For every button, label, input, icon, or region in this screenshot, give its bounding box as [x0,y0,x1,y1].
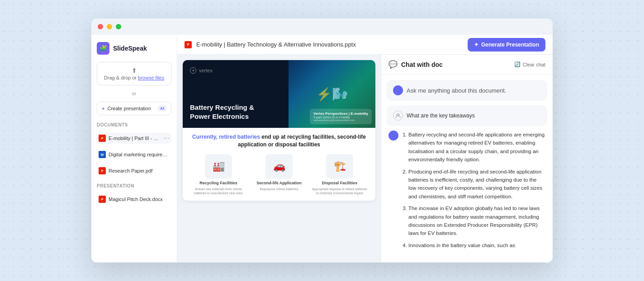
file-header-icon: P [185,41,192,48]
vertex-name: vertex [199,68,213,73]
response-item-2: Producing end-of-life recycling and seco… [408,168,545,201]
logo-icon: 🧩 [97,42,109,55]
chat-bubble-icon: 💬 [388,60,398,69]
response-avatar [388,131,398,140]
slide-left-panel: ✦ vertex Battery Recycling & Power Elect… [183,60,289,128]
slide-card: ✦ vertex Battery Recycling & Power Elect… [183,60,375,201]
subtitle-highlight: Currently, retired batteries [192,134,260,140]
wind-turbine-graphic: ⚡🌬️ [316,87,348,102]
facilities-row: 🏭 Recycling Facilities Extract raw mater… [190,154,368,195]
main-content: 🧩 SlideSpeak ⬆ Drag & drop or browse fil… [91,35,553,262]
doc-more-icon[interactable]: ⋯ [163,135,170,142]
plus-icon: + [102,106,104,111]
chat-response: Battery recycling and second-life applic… [387,131,547,253]
browse-link[interactable]: browse files [138,75,164,80]
upload-label: Drag & drop or [104,75,137,80]
presentation-section-label: Presentation [97,183,171,188]
facility-recycling-icon: 🏭 [205,154,232,179]
doc-name-emobility: E-mobility | Part III - Bat... [109,136,161,141]
facility-recycling-title: Recycling Facilities [199,181,237,185]
chat-input-avatar [393,85,403,95]
logo-text: SlideSpeak [113,45,147,52]
response-item-3: The increase in EV adoption globally has… [408,204,545,238]
titlebar [91,19,553,35]
slide-top: ✦ vertex Battery Recycling & Power Elect… [183,60,375,128]
doc-item-emobility[interactable]: P E-mobility | Part III - Bat... ⋯ [97,133,171,144]
word-icon: W [99,151,106,158]
clear-icon: 🔄 [514,61,521,67]
chat-messages[interactable]: Ask me anything about this document. Wha… [381,75,553,262]
document-viewer[interactable]: ✦ vertex Battery Recycling & Power Elect… [177,55,381,262]
sidebar: 🧩 SlideSpeak ⬆ Drag & drop or browse fil… [91,35,177,262]
upload-dropzone[interactable]: ⬆ Drag & drop or browse files [97,62,171,85]
facility-secondlife: 🚗 Second-life Application Repurpose reti… [251,154,308,195]
vertex-logo: ✦ vertex [190,67,281,74]
chat-input-bubble[interactable]: Ask me anything about this document. [387,80,547,101]
doc-name-pitch: Magicul Pitch Deck.docx [109,197,170,202]
disposal-emoji: 🏗️ [334,160,346,172]
vertex-logo-icon: ✦ [190,67,196,74]
logo-area: 🧩 SlideSpeak [97,42,171,55]
user-message-text: What are the key takeaways [407,112,475,119]
doc-item-marketing[interactable]: W Digital marketing requiremen... [97,149,171,160]
create-btn-label: Create presentation [107,106,151,111]
facility-recycling-desc: Extract raw materials from retired batte… [190,187,247,195]
app-window: 🧩 SlideSpeak ⬆ Drag & drop or browse fil… [91,19,553,262]
facility-disposal-desc: Appropriate disposal of retired batterie… [311,187,368,195]
documents-section-label: Documents [97,122,171,127]
chat-placeholder: Ask me anything about this document. [407,87,506,94]
doc-name-research: Research Paper.pdf [109,168,170,173]
slide-headline-line1: Battery Recycling & [190,103,281,112]
secondlife-emoji: 🚗 [273,160,285,172]
slide-subtitle: Currently, retired batteries end up at r… [190,133,368,149]
facility-secondlife-title: Second-life Application [256,181,302,185]
maximize-dot[interactable] [116,24,121,29]
pptx-icon: P [99,135,106,142]
chat-header: 💬 Chat with doc 🔄 Clear chat [381,55,553,75]
response-row: Battery recycling and second-life applic… [388,131,545,253]
ai-badge: AI [158,106,166,111]
slide-right-email: vertexsolutions@vertexonline.com [313,119,368,122]
chat-panel: 💬 Chat with doc 🔄 Clear chat Ask me any [381,55,553,262]
slide-right-overlay: Vertex Perspectives | E-mobility 5-part … [310,109,372,124]
slide-body: Currently, retired batteries end up at r… [183,128,375,201]
doc-item-pitch[interactable]: P Magicul Pitch Deck.docx [97,194,171,205]
create-presentation-button[interactable]: + Create presentation AI [97,102,171,115]
chat-title: Chat with doc [401,61,443,68]
slide-right-sub: 5-part series on e-mobility [313,116,368,119]
user-avatar [393,111,403,121]
response-item-1: Battery recycling and second-life applic… [408,131,545,164]
facility-disposal: 🏗️ Disposal Facilities Appropriate dispo… [311,154,368,195]
right-area: P E-mobility | Battery Technology & Alte… [177,35,553,262]
clear-chat-button[interactable]: 🔄 Clear chat [514,61,545,67]
upload-icon: ⬆ [102,67,166,74]
chat-title-area: 💬 Chat with doc [388,60,443,69]
doc-name-marketing: Digital marketing requiremen... [109,152,170,157]
response-text: Battery recycling and second-life applic… [402,131,545,253]
facility-recycling: 🏭 Recycling Facilities Extract raw mater… [190,154,247,195]
doc-item-research[interactable]: P Research Paper.pdf [97,165,171,176]
slide-right-panel: ⚡🌬️ Vertex Perspectives | E-mobility 5-p… [289,60,375,128]
file-title: E-mobility | Battery Technology & Altern… [196,41,463,48]
top-header: P E-mobility | Battery Technology & Alte… [177,35,553,55]
facility-secondlife-desc: Repurpose retired batteries [260,187,298,191]
slide-headline: Battery Recycling & Power Electronics [190,103,281,121]
slide-headline-line2: Power Electronics [190,112,281,121]
generate-btn-label: Generate Presentation [481,42,539,48]
close-dot[interactable] [98,24,103,29]
slide-right-title: Vertex Perspectives | E-mobility [313,112,368,116]
facility-secondlife-icon: 🚗 [265,154,293,179]
facility-disposal-icon: 🏗️ [326,154,353,179]
response-item-4: Innovations in the battery value chain, … [408,241,545,249]
chat-user-message: What are the key takeaways [387,105,547,126]
or-divider: or [97,91,171,96]
pdf-icon: P [99,167,106,174]
pptx-icon-pitch: P [99,196,106,203]
facility-disposal-title: Disposal Facilities [322,181,358,185]
clear-chat-label: Clear chat [523,62,545,67]
generate-presentation-button[interactable]: ✦ Generate Presentation [468,38,545,52]
spark-icon: ✦ [474,42,478,48]
recycling-emoji: 🏭 [213,160,225,172]
content-row: ✦ vertex Battery Recycling & Power Elect… [177,55,553,262]
minimize-dot[interactable] [107,24,112,29]
